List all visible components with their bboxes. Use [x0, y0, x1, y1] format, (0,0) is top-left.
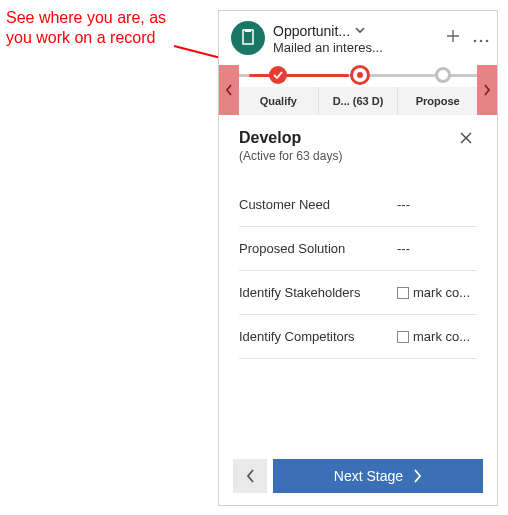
- next-stage-label: Next Stage: [334, 468, 403, 484]
- svg-point-5: [480, 40, 483, 43]
- stage-subtitle: (Active for 63 days): [239, 149, 342, 163]
- stage-track: Qualify D... (63 D) Propose: [239, 65, 477, 115]
- stage-node-develop[interactable]: [350, 65, 370, 85]
- panel-header: Opportunit... Mailed an interes...: [219, 11, 497, 65]
- field-label: Customer Need: [239, 197, 391, 212]
- field-label: Identify Stakeholders: [239, 285, 391, 300]
- chevron-down-icon[interactable]: [354, 22, 366, 40]
- header-text-block: Opportunit... Mailed an interes...: [273, 22, 437, 55]
- field-checkbox-value[interactable]: mark co...: [397, 329, 477, 344]
- add-icon[interactable]: [445, 28, 461, 48]
- more-icon[interactable]: [473, 29, 489, 47]
- process-bar: Qualify D... (63 D) Propose: [219, 65, 497, 115]
- svg-rect-3: [245, 29, 251, 32]
- stage-label-develop[interactable]: D... (63 D): [319, 87, 399, 115]
- field-checkbox-value[interactable]: mark co...: [397, 285, 477, 300]
- field-row[interactable]: Customer Need ---: [239, 183, 477, 227]
- chevron-right-icon: [413, 469, 422, 483]
- stage-prev-button[interactable]: [219, 65, 239, 115]
- back-button[interactable]: [233, 459, 267, 493]
- stage-next-button[interactable]: [477, 65, 497, 115]
- stage-detail: Develop (Active for 63 days) Customer Ne…: [219, 115, 497, 359]
- stage-label-qualify[interactable]: Qualify: [239, 87, 319, 115]
- field-value-text: mark co...: [413, 329, 470, 344]
- record-type-icon: [231, 21, 265, 55]
- svg-point-4: [474, 40, 477, 43]
- next-stage-button[interactable]: Next Stage: [273, 459, 483, 493]
- field-label: Proposed Solution: [239, 241, 391, 256]
- record-title[interactable]: Opportunit...: [273, 23, 350, 39]
- checkbox-icon[interactable]: [397, 287, 409, 299]
- stage-node-propose[interactable]: [435, 67, 451, 83]
- svg-rect-2: [243, 30, 253, 44]
- record-panel: Opportunit... Mailed an interes...: [218, 10, 498, 506]
- stage-label-propose[interactable]: Propose: [398, 87, 477, 115]
- checkbox-icon[interactable]: [397, 331, 409, 343]
- field-value-text: mark co...: [413, 285, 470, 300]
- close-icon[interactable]: [455, 129, 477, 151]
- stage-title: Develop: [239, 129, 342, 147]
- field-value[interactable]: ---: [397, 197, 477, 212]
- svg-point-6: [486, 40, 489, 43]
- field-row[interactable]: Identify Competitors mark co...: [239, 315, 477, 359]
- annotation-text: See where you are, as you work on a reco…: [6, 8, 166, 48]
- field-row[interactable]: Proposed Solution ---: [239, 227, 477, 271]
- field-value[interactable]: ---: [397, 241, 477, 256]
- stage-node-qualify[interactable]: [269, 66, 287, 84]
- record-subtitle: Mailed an interes...: [273, 40, 423, 55]
- field-label: Identify Competitors: [239, 329, 391, 344]
- field-row[interactable]: Identify Stakeholders mark co...: [239, 271, 477, 315]
- stage-footer: Next Stage: [233, 459, 483, 493]
